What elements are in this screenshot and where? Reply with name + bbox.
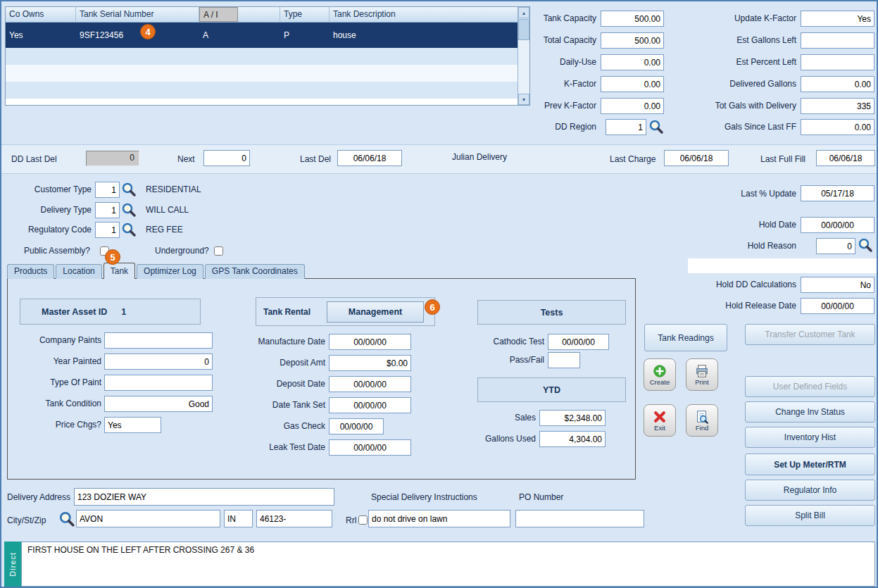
tab-optimizer-log[interactable]: Optimizer Log <box>137 264 203 279</box>
table-row-selected[interactable]: Yes 9SF123456 A P house <box>6 23 529 48</box>
update-k-factor-input[interactable] <box>801 11 874 27</box>
city-input[interactable] <box>76 510 220 527</box>
last-charge-label: Last Charge <box>610 154 656 164</box>
transfer-customer-tank-button[interactable]: Transfer Customer Tank <box>745 324 875 345</box>
hold-reason-input[interactable] <box>816 238 855 254</box>
management-button[interactable]: Management <box>327 301 424 323</box>
customer-type-lookup-icon[interactable] <box>121 182 137 197</box>
step-badge-5: 5 <box>105 249 120 265</box>
deposit-date-input[interactable] <box>329 376 411 392</box>
col-header-blank[interactable] <box>238 7 280 22</box>
tank-readings-button[interactable]: Tank Readings <box>644 324 727 351</box>
last-del-input[interactable] <box>337 150 402 166</box>
split-bill-button[interactable]: Split Bill <box>745 505 875 526</box>
last-full-fill-input[interactable] <box>816 150 875 166</box>
last-charge-input[interactable] <box>664 150 729 166</box>
k-factor-label: K-Factor <box>491 79 596 89</box>
manufacture-date-input[interactable] <box>329 334 411 350</box>
dd-region-lookup-icon[interactable] <box>648 119 664 135</box>
k-factor-input[interactable] <box>601 76 664 92</box>
regulator-info-button[interactable]: Regulator Info <box>745 480 875 501</box>
delivery-address-input[interactable] <box>74 488 334 506</box>
delivered-gallons-input[interactable] <box>801 76 874 92</box>
underground-checkbox[interactable] <box>214 246 223 256</box>
tab-tank[interactable]: Tank <box>104 263 135 279</box>
daily-use-label: Daily-Use <box>491 57 596 67</box>
table-row-empty[interactable] <box>6 65 529 82</box>
cathodic-test-input[interactable] <box>548 334 609 350</box>
delivery-type-input[interactable] <box>95 202 120 218</box>
tab-gps-coordinates[interactable]: GPS Tank Coordinates <box>205 264 305 279</box>
city-lookup-icon[interactable] <box>58 511 74 526</box>
total-capacity-input[interactable] <box>601 32 664 49</box>
find-button[interactable]: Find <box>686 404 718 437</box>
est-gallons-left-input[interactable] <box>801 32 874 49</box>
regulatory-code-desc: REG FEE <box>146 225 183 234</box>
print-button[interactable]: Print <box>686 358 718 391</box>
col-header-serial[interactable]: Tank Serial Number <box>76 7 199 22</box>
hold-dd-calculations-input[interactable] <box>801 277 874 293</box>
tot-gals-with-delivery-input[interactable] <box>801 98 874 114</box>
company-paints-input[interactable] <box>104 332 213 349</box>
hold-release-date-input[interactable] <box>801 298 874 314</box>
est-gallons-left-label: Est Gallons Left <box>691 35 796 45</box>
type-of-paint-input[interactable] <box>104 375 213 391</box>
tab-products[interactable]: Products <box>7 264 54 279</box>
hold-date-input[interactable] <box>801 217 874 233</box>
cell-co-owns: Yes <box>6 29 76 42</box>
inventory-hist-button[interactable]: Inventory Hist <box>745 427 875 448</box>
regulatory-code-lookup-icon[interactable] <box>121 222 137 237</box>
rrl-checkbox[interactable] <box>358 515 368 525</box>
tab-location[interactable]: Location <box>56 264 101 279</box>
col-header-type[interactable]: Type <box>280 7 330 22</box>
pass-fail-input[interactable] <box>548 352 580 368</box>
change-inv-status-button[interactable]: Change Inv Status <box>745 401 875 423</box>
prev-k-factor-input[interactable] <box>601 98 664 114</box>
exit-button[interactable]: Exit <box>644 404 676 437</box>
directions-note-input[interactable]: FIRST HOUSE ON THE LEFT AFTER CROSSING 2… <box>21 542 875 587</box>
tank-condition-label: Tank Condition <box>8 399 101 408</box>
table-row-empty[interactable] <box>6 82 529 99</box>
sales-label: Sales <box>430 413 536 423</box>
printer-icon <box>695 364 709 378</box>
customer-type-input[interactable] <box>95 182 120 198</box>
direct-tab[interactable]: Direct <box>4 542 21 587</box>
dd-region-label: DD Region <box>491 122 596 132</box>
zip-input[interactable] <box>256 510 332 527</box>
tank-capacity-input[interactable] <box>601 11 664 27</box>
setup-meter-rtm-button[interactable]: Set Up Meter/RTM <box>745 453 875 475</box>
est-percent-left-input[interactable] <box>801 54 874 70</box>
col-header-a-i[interactable]: A / I <box>199 7 238 22</box>
last-pct-update-input[interactable] <box>801 185 874 201</box>
gallons-used-input[interactable] <box>539 431 606 447</box>
tank-rental-group: Tank Rental Management <box>256 297 435 326</box>
create-button[interactable]: Create <box>644 358 676 391</box>
gas-check-input[interactable] <box>329 418 384 434</box>
sales-input[interactable] <box>539 410 606 426</box>
next-input[interactable] <box>203 150 250 166</box>
col-header-co-owns[interactable]: Co Owns <box>6 7 76 22</box>
daily-use-input[interactable] <box>601 54 664 70</box>
tank-condition-input[interactable] <box>104 396 213 412</box>
state-input[interactable] <box>224 510 253 527</box>
price-chgs-input[interactable] <box>104 417 161 433</box>
user-defined-fields-button[interactable]: User Defined Fields <box>745 376 875 397</box>
step-badge-6: 6 <box>425 299 440 315</box>
table-row-empty[interactable] <box>6 48 529 65</box>
regulatory-code-input[interactable] <box>95 222 120 238</box>
tests-header-box: Tests <box>477 300 626 325</box>
dd-region-input[interactable] <box>606 119 646 135</box>
hold-reason-lookup-icon[interactable] <box>858 237 873 253</box>
gals-since-last-ff-input[interactable] <box>801 119 874 135</box>
find-icon <box>695 410 709 424</box>
date-tank-set-input[interactable] <box>329 397 411 413</box>
year-painted-input[interactable] <box>104 354 213 370</box>
cathodic-test-label: Cathodic Test <box>439 337 544 346</box>
leak-test-date-input[interactable] <box>329 439 411 456</box>
deposit-amt-input[interactable] <box>329 355 411 371</box>
delivery-type-lookup-icon[interactable] <box>121 202 137 218</box>
special-instructions-input[interactable] <box>368 510 510 527</box>
master-asset-id-label: Master Asset ID <box>42 307 107 317</box>
dd-last-del-value: 0 <box>86 151 139 166</box>
po-number-input[interactable] <box>515 510 644 527</box>
